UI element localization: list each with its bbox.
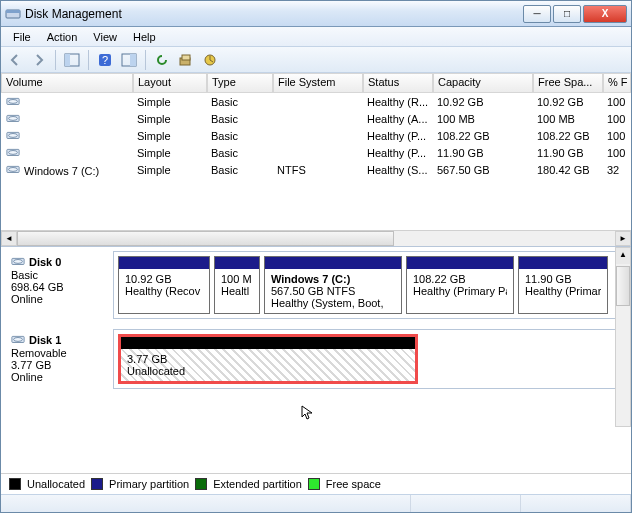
action-button[interactable] [200, 50, 220, 70]
disk-volumes: 10.92 GBHealthy (Recov100 MHealtlWindows… [113, 251, 627, 319]
menu-bar: File Action View Help [1, 27, 631, 47]
partition[interactable]: 3.77 GBUnallocated [118, 334, 418, 384]
scroll-right-button[interactable]: ► [615, 231, 631, 246]
legend: Unallocated Primary partition Extended p… [1, 473, 631, 494]
legend-extended-swatch [195, 478, 207, 490]
svg-point-22 [14, 260, 23, 264]
back-button[interactable] [5, 50, 25, 70]
scroll-thumb-v[interactable] [616, 266, 630, 306]
toolbar: ? [1, 47, 631, 73]
rescan-button[interactable] [176, 50, 196, 70]
title-bar: Disk Management ─ □ X [1, 1, 631, 27]
disk-volumes: 3.77 GBUnallocated [113, 329, 627, 389]
svg-rect-7 [130, 54, 136, 66]
disk-pane: Disk 1Removable3.77 GBOnline3.77 GBUnall… [5, 329, 627, 389]
disk-graphical-view: Disk 0Basic698.64 GBOnline10.92 GBHealth… [1, 247, 631, 473]
minimize-button[interactable]: ─ [523, 5, 551, 23]
forward-button[interactable] [29, 50, 49, 70]
scroll-thumb[interactable] [17, 231, 394, 246]
col-capacity[interactable]: Capacity [433, 73, 533, 93]
col-filesystem[interactable]: File System [273, 73, 363, 93]
menu-view[interactable]: View [85, 29, 125, 45]
app-icon [5, 6, 21, 22]
legend-extended: Extended partition [213, 478, 302, 490]
volume-icon [5, 112, 21, 126]
volume-icon [5, 129, 21, 143]
svg-point-12 [9, 99, 18, 103]
svg-point-24 [14, 338, 23, 342]
volume-icon [5, 146, 21, 160]
menu-action[interactable]: Action [39, 29, 86, 45]
svg-point-14 [9, 116, 18, 120]
partition[interactable]: Windows 7 (C:)567.50 GB NTFSHealthy (Sys… [264, 256, 402, 314]
volume-icon [5, 163, 21, 177]
partition[interactable]: 108.22 GBHealthy (Primary Pa [406, 256, 514, 314]
partition[interactable]: 100 MHealtl [214, 256, 260, 314]
col-status[interactable]: Status [363, 73, 433, 93]
legend-unallocated: Unallocated [27, 478, 85, 490]
disk-label[interactable]: Disk 1Removable3.77 GBOnline [5, 329, 107, 389]
menu-file[interactable]: File [5, 29, 39, 45]
close-button[interactable]: X [583, 5, 627, 23]
volume-icon [5, 95, 21, 109]
legend-unallocated-swatch [9, 478, 21, 490]
svg-point-16 [9, 133, 18, 137]
disk-label[interactable]: Disk 0Basic698.64 GBOnline [5, 251, 107, 319]
table-row[interactable]: SimpleBasicHealthy (P...11.90 GB11.90 GB… [1, 144, 631, 161]
col-volume[interactable]: Volume [1, 73, 133, 93]
col-percent[interactable]: % F [603, 73, 631, 93]
table-row[interactable]: SimpleBasicHealthy (R...10.92 GB10.92 GB… [1, 93, 631, 110]
svg-point-18 [9, 150, 18, 154]
partition[interactable]: 11.90 GBHealthy (Primar [518, 256, 608, 314]
volume-list: Volume Layout Type File System Status Ca… [1, 73, 631, 247]
horizontal-scrollbar[interactable]: ◄ ► [1, 230, 631, 246]
svg-rect-1 [6, 10, 20, 13]
status-bar [1, 494, 631, 512]
svg-rect-3 [65, 54, 70, 66]
menu-help[interactable]: Help [125, 29, 164, 45]
svg-rect-9 [182, 55, 190, 60]
disk-pane: Disk 0Basic698.64 GBOnline10.92 GBHealth… [5, 251, 627, 319]
column-headers[interactable]: Volume Layout Type File System Status Ca… [1, 73, 631, 93]
disk-icon [11, 333, 25, 347]
table-row[interactable]: Windows 7 (C:)SimpleBasicNTFSHealthy (S.… [1, 161, 631, 178]
settings-button[interactable] [119, 50, 139, 70]
cursor-icon [301, 405, 317, 421]
disk-icon [11, 255, 25, 269]
maximize-button[interactable]: □ [553, 5, 581, 23]
legend-free: Free space [326, 478, 381, 490]
table-row[interactable]: SimpleBasicHealthy (A...100 MB100 MB100 [1, 110, 631, 127]
col-free[interactable]: Free Spa... [533, 73, 603, 93]
refresh-button[interactable] [152, 50, 172, 70]
scroll-left-button[interactable]: ◄ [1, 231, 17, 246]
legend-primary-swatch [91, 478, 103, 490]
svg-point-20 [9, 167, 18, 171]
table-row[interactable]: SimpleBasicHealthy (P...108.22 GB108.22 … [1, 127, 631, 144]
show-hide-tree-button[interactable] [62, 50, 82, 70]
scroll-up-button[interactable]: ▲ [616, 248, 630, 264]
col-layout[interactable]: Layout [133, 73, 207, 93]
svg-text:?: ? [102, 54, 108, 66]
col-type[interactable]: Type [207, 73, 273, 93]
legend-primary: Primary partition [109, 478, 189, 490]
vertical-scrollbar[interactable]: ▲ [615, 247, 631, 427]
legend-free-swatch [308, 478, 320, 490]
window-title: Disk Management [25, 7, 523, 21]
partition[interactable]: 10.92 GBHealthy (Recov [118, 256, 210, 314]
help-button[interactable]: ? [95, 50, 115, 70]
